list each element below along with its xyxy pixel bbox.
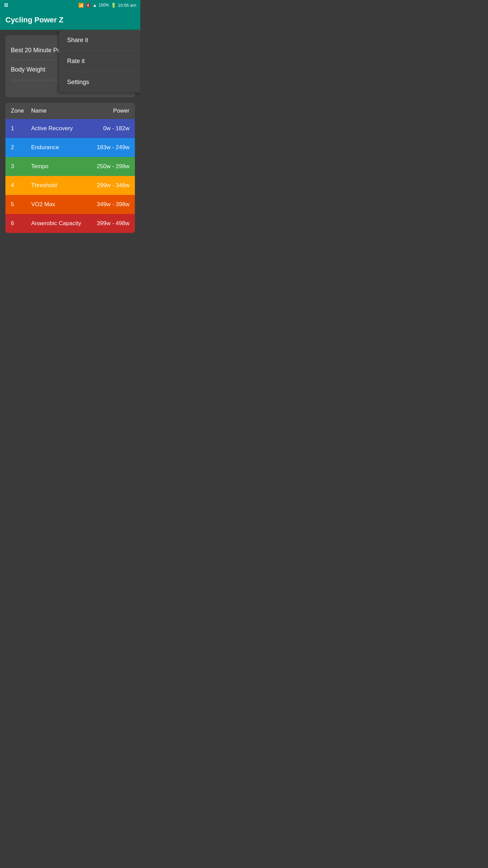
status-time: 10:56 am <box>118 3 136 8</box>
results-table: Zone Name Power 1 Active Recovery 0w - 1… <box>5 103 135 233</box>
zone-name: Tempo <box>31 163 85 170</box>
zone-name: Threshold <box>31 182 85 189</box>
zone-power: 299w - 348w <box>85 182 129 189</box>
zone-number: 5 <box>11 201 31 208</box>
zone-name: VO2 Max <box>31 201 85 208</box>
zone-name: Endurance <box>31 144 85 151</box>
status-bar: 🖼 📶 🔇 ▲ 100% 🔋 10:56 am <box>0 0 140 10</box>
zone-number: 2 <box>11 144 31 151</box>
context-menu: Share it Rate it Settings <box>59 30 140 93</box>
zone-number: 3 <box>11 163 31 170</box>
status-icons: 🖼 <box>4 3 8 7</box>
app-bar: Cycling Power Z <box>0 10 140 30</box>
zone-number: 6 <box>11 220 31 227</box>
header-power: Power <box>85 107 129 114</box>
mute-icon: 🔇 <box>85 3 91 8</box>
menu-item-rate[interactable]: Rate it <box>59 51 140 72</box>
header-name: Name <box>31 107 85 114</box>
table-row: 4 Threshold 299w - 348w <box>5 176 135 195</box>
bluetooth-icon: 📶 <box>78 3 84 8</box>
zone-power: 349w - 398w <box>85 201 129 208</box>
zone-name: Active Recovery <box>31 125 85 132</box>
right-status-icons: 📶 🔇 ▲ 100% 🔋 10:56 am <box>78 3 136 8</box>
zone-power: 0w - 182w <box>85 125 129 132</box>
zone-power: 183w - 249w <box>85 144 129 151</box>
zone-rows-container: 1 Active Recovery 0w - 182w 2 Endurance … <box>5 119 135 233</box>
table-row: 3 Tempo 250w - 298w <box>5 157 135 176</box>
zone-name: Anaerobic Capacity <box>31 220 85 227</box>
table-row: 6 Anaerobic Capacity 399w - 498w <box>5 214 135 233</box>
table-row: 5 VO2 Max 349w - 398w <box>5 195 135 214</box>
zone-power: 250w - 298w <box>85 163 129 170</box>
zone-power: 399w - 498w <box>85 220 129 227</box>
table-row: 1 Active Recovery 0w - 182w <box>5 119 135 138</box>
zone-number: 4 <box>11 182 31 189</box>
battery-percent: 100% <box>99 3 109 7</box>
table-header: Zone Name Power <box>5 103 135 119</box>
app-title: Cycling Power Z <box>5 16 63 24</box>
menu-item-share[interactable]: Share it <box>59 30 140 51</box>
battery-icon: 🔋 <box>111 3 116 8</box>
menu-item-settings[interactable]: Settings <box>59 72 140 93</box>
zone-number: 1 <box>11 125 31 132</box>
header-zone: Zone <box>11 107 31 114</box>
table-row: 2 Endurance 183w - 249w <box>5 138 135 157</box>
signal-icon: ▲ <box>93 3 97 8</box>
image-icon: 🖼 <box>4 3 8 7</box>
